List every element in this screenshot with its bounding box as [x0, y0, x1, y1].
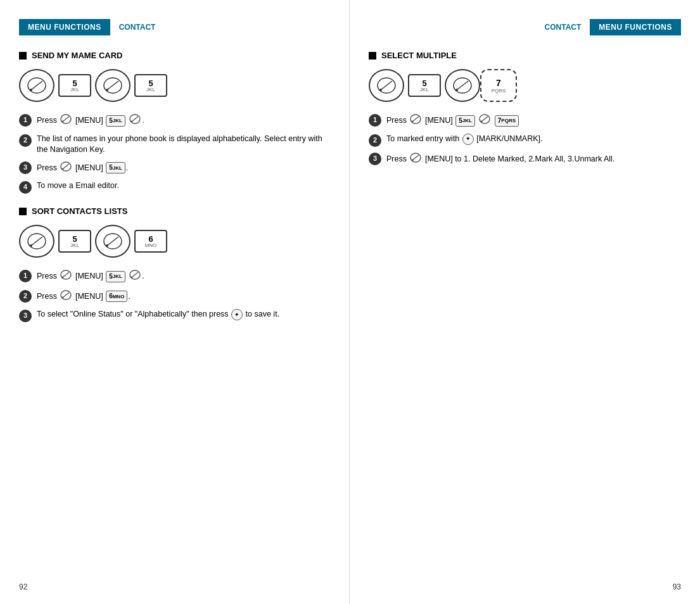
step-sort-2: 2 Press [MENU] 6 MNO. — [19, 289, 330, 305]
softkey-1 — [19, 69, 54, 102]
svg-point-35 — [455, 89, 458, 91]
svg-line-28 — [63, 293, 69, 298]
svg-point-32 — [379, 89, 382, 91]
numkey-5b: 5 JKL — [134, 74, 167, 97]
left-page: MENU FUNCTIONS CONTACT SEND MY MAME CARD… — [0, 0, 350, 604]
svg-point-44 — [412, 159, 414, 161]
page-num-right: 93 — [673, 582, 681, 591]
svg-point-5 — [106, 89, 108, 91]
svg-point-26 — [131, 277, 133, 279]
step-select-2: 2 To marked entry with ✦ [MARK/UNMARK]. — [369, 134, 681, 147]
svg-point-17 — [30, 244, 32, 247]
tab-contact-left[interactable]: CONTACT — [110, 19, 165, 35]
inline-softkey-sel-s3 — [409, 152, 422, 167]
left-header: MENU FUNCTIONS CONTACT — [19, 19, 330, 35]
softkey-sel-1 — [369, 69, 404, 102]
inline-key-5b: 5 JKL — [106, 162, 125, 173]
key-sequence-select: 5 JKL 7 PQRS — [369, 69, 681, 102]
svg-point-38 — [412, 121, 414, 123]
right-page: CONTACT MENU FUNCTIONS SELECT MULTIPLE 5… — [350, 0, 700, 604]
inline-softkey-sel-s2 — [478, 113, 491, 129]
svg-point-11 — [131, 121, 133, 123]
inline-softkey-s1 — [60, 113, 72, 129]
step-send-3: 3 Press [MENU] 5 JKL. — [19, 161, 330, 176]
svg-point-23 — [62, 277, 64, 279]
page-num-left: 92 — [19, 582, 27, 591]
step-select-1: 1 Press [MENU] 5 JKL 7 PQRS — [369, 113, 681, 129]
section-title-sort: SORT CONTACTS LISTS — [19, 206, 330, 216]
inline-softkey-sort-s3 — [60, 289, 72, 305]
inline-nav-sel: ✦ — [462, 134, 474, 145]
inline-key-sel-5: 5 JKL — [455, 115, 475, 127]
numkey-sort-6: 6 MNO — [134, 230, 167, 253]
svg-point-2 — [30, 89, 32, 91]
softkey-2 — [95, 69, 130, 102]
step-send-1: 1 Press [MENU] 5 JKL . — [19, 113, 330, 129]
inline-softkey-sort-s1 — [60, 269, 72, 284]
inline-key-5a: 5 JKL — [106, 115, 125, 127]
key-sequence-sort: 5 JKL 6 MNO — [19, 225, 330, 258]
inline-softkey-s3 — [60, 161, 72, 176]
steps-sort: 1 Press [MENU] 5 JKL . 2 Press [MENU] — [19, 269, 330, 322]
numkey-sort-5: 5 JKL — [58, 230, 91, 253]
inline-key-sort-5: 5 JKL — [106, 271, 125, 282]
softkey-sel-2 — [445, 69, 480, 102]
svg-line-37 — [412, 116, 419, 122]
svg-line-43 — [412, 155, 419, 160]
section-title-send: SEND MY MAME CARD — [19, 51, 330, 60]
svg-point-29 — [62, 296, 64, 298]
svg-line-31 — [381, 81, 392, 90]
svg-line-4 — [107, 81, 118, 90]
svg-line-7 — [63, 116, 69, 122]
softkey-sort-2 — [95, 225, 130, 258]
svg-line-10 — [132, 116, 138, 122]
svg-line-34 — [457, 81, 468, 90]
svg-point-41 — [481, 121, 483, 123]
svg-line-16 — [31, 237, 42, 246]
inline-key-sort-6: 6 MNO — [106, 291, 127, 302]
svg-line-22 — [63, 272, 69, 277]
section-title-select: SELECT MULTIPLE — [369, 51, 681, 60]
step-select-3: 3 Press [MENU] to 1. Delete Marked, 2.Ma… — [369, 152, 681, 167]
tab-menu-functions-right[interactable]: MENU FUNCTIONS — [590, 19, 681, 35]
svg-line-1 — [31, 81, 42, 90]
svg-point-8 — [62, 121, 64, 123]
step-send-4: 4 To move a Email editor. — [19, 180, 330, 194]
inline-softkey-sel-s1 — [409, 113, 422, 129]
inline-softkey-s2 — [129, 113, 141, 129]
step-send-2: 2 The list of names in your phone book i… — [19, 134, 330, 156]
tab-menu-functions-left[interactable]: MENU FUNCTIONS — [19, 19, 110, 35]
svg-line-25 — [132, 272, 138, 277]
inline-nav-sort: ✦ — [231, 309, 243, 320]
inline-softkey-sort-s2 — [129, 269, 141, 284]
numkey-5: 5 JKL — [58, 74, 91, 97]
tab-contact-right[interactable]: CONTACT — [536, 19, 590, 35]
steps-send: 1 Press [MENU] 5 JKL . 2 The list of nam… — [19, 113, 330, 194]
inline-key-sel-7: 7 PQRS — [495, 115, 519, 127]
right-header: CONTACT MENU FUNCTIONS — [369, 19, 681, 35]
step-sort-1: 1 Press [MENU] 5 JKL . — [19, 269, 330, 284]
svg-point-20 — [106, 244, 108, 247]
steps-select: 1 Press [MENU] 5 JKL 7 PQRS 2 To marked … — [369, 113, 681, 167]
svg-line-13 — [63, 164, 69, 169]
svg-point-14 — [62, 168, 64, 170]
svg-line-19 — [107, 237, 118, 246]
step-sort-3: 3 To select "Online Status" or "Alphabet… — [19, 309, 330, 322]
key-sequence-send: 5 JKL 5 JKL — [19, 69, 330, 102]
softkey-sort-1 — [19, 225, 54, 258]
numkey-sel-7: 7 PQRS — [480, 69, 517, 102]
numkey-sel-5: 5 JKL — [408, 74, 441, 97]
svg-line-40 — [481, 116, 488, 122]
